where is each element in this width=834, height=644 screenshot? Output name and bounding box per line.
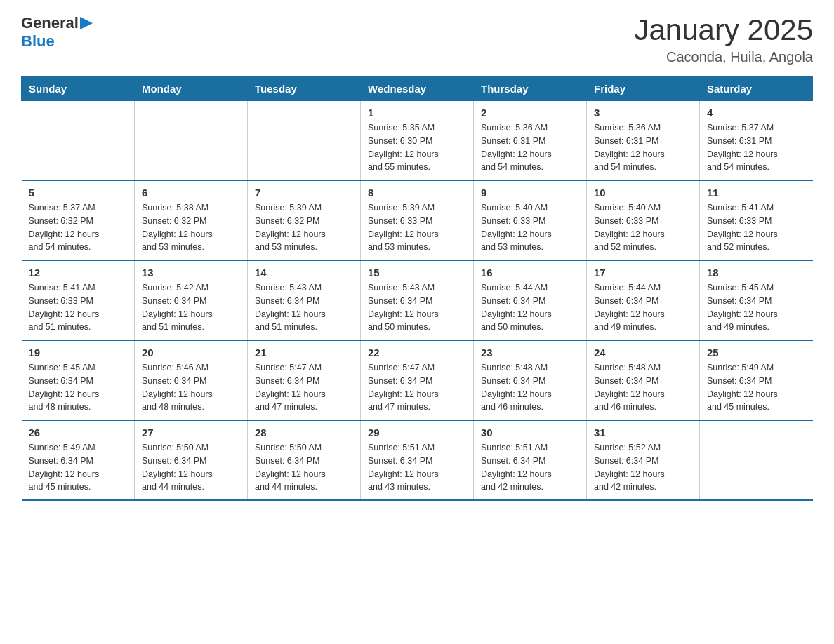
day-number: 19: [29, 347, 128, 358]
day-cell: 14Sunrise: 5:43 AMSunset: 6:34 PMDayligh…: [248, 260, 361, 340]
header-row: SundayMondayTuesdayWednesdayThursdayFrid…: [22, 77, 813, 101]
day-number: 30: [481, 427, 579, 438]
day-cell: [700, 420, 813, 500]
day-info: Sunrise: 5:36 AMSunset: 6:31 PMDaylight:…: [594, 121, 692, 174]
day-number: 7: [255, 187, 353, 199]
calendar-subtitle: Caconda, Huila, Angola: [634, 49, 813, 65]
day-cell: 16Sunrise: 5:44 AMSunset: 6:34 PMDayligh…: [474, 260, 587, 340]
calendar-title: January 2025: [634, 14, 813, 46]
day-info: Sunrise: 5:47 AMSunset: 6:34 PMDaylight:…: [368, 361, 466, 414]
day-number: 26: [29, 427, 128, 438]
day-cell: 17Sunrise: 5:44 AMSunset: 6:34 PMDayligh…: [587, 260, 700, 340]
header-cell-saturday: Saturday: [700, 77, 813, 101]
day-number: 12: [29, 267, 128, 279]
day-cell: 22Sunrise: 5:47 AMSunset: 6:34 PMDayligh…: [361, 340, 474, 420]
day-info: Sunrise: 5:40 AMSunset: 6:33 PMDaylight:…: [481, 201, 579, 254]
day-info: Sunrise: 5:45 AMSunset: 6:34 PMDaylight:…: [707, 281, 806, 334]
day-info: Sunrise: 5:47 AMSunset: 6:34 PMDaylight:…: [255, 361, 353, 414]
day-info: Sunrise: 5:50 AMSunset: 6:34 PMDaylight:…: [255, 441, 353, 494]
day-number: 21: [255, 347, 353, 358]
day-cell: 21Sunrise: 5:47 AMSunset: 6:34 PMDayligh…: [248, 340, 361, 420]
day-info: Sunrise: 5:49 AMSunset: 6:34 PMDaylight:…: [29, 441, 128, 494]
day-info: Sunrise: 5:43 AMSunset: 6:34 PMDaylight:…: [255, 281, 353, 334]
logo-line1: General: [21, 14, 93, 32]
day-cell: [135, 101, 248, 181]
day-number: 20: [142, 347, 240, 358]
calendar-table: SundayMondayTuesdayWednesdayThursdayFrid…: [21, 76, 813, 501]
title-block: January 2025 Caconda, Huila, Angola: [634, 14, 813, 65]
day-cell: 4Sunrise: 5:37 AMSunset: 6:31 PMDaylight…: [700, 101, 813, 181]
day-info: Sunrise: 5:42 AMSunset: 6:34 PMDaylight:…: [142, 281, 240, 334]
logo-general: General: [21, 14, 79, 32]
day-info: Sunrise: 5:51 AMSunset: 6:34 PMDaylight:…: [368, 441, 466, 494]
day-info: Sunrise: 5:45 AMSunset: 6:34 PMDaylight:…: [29, 361, 128, 414]
day-number: 2: [481, 107, 579, 119]
day-number: 31: [594, 427, 692, 438]
day-info: Sunrise: 5:46 AMSunset: 6:34 PMDaylight:…: [142, 361, 240, 414]
day-cell: 7Sunrise: 5:39 AMSunset: 6:32 PMDaylight…: [248, 180, 361, 260]
day-cell: 18Sunrise: 5:45 AMSunset: 6:34 PMDayligh…: [700, 260, 813, 340]
day-info: Sunrise: 5:43 AMSunset: 6:34 PMDaylight:…: [368, 281, 466, 334]
day-number: 3: [594, 107, 692, 119]
day-cell: 11Sunrise: 5:41 AMSunset: 6:33 PMDayligh…: [700, 180, 813, 260]
svg-marker-0: [80, 17, 93, 29]
logo: General Blue: [21, 14, 93, 51]
day-number: 17: [594, 267, 692, 279]
day-info: Sunrise: 5:44 AMSunset: 6:34 PMDaylight:…: [594, 281, 692, 334]
day-cell: 10Sunrise: 5:40 AMSunset: 6:33 PMDayligh…: [587, 180, 700, 260]
day-info: Sunrise: 5:39 AMSunset: 6:32 PMDaylight:…: [255, 201, 353, 254]
day-cell: 13Sunrise: 5:42 AMSunset: 6:34 PMDayligh…: [135, 260, 248, 340]
day-cell: 3Sunrise: 5:36 AMSunset: 6:31 PMDaylight…: [587, 101, 700, 181]
day-number: 8: [368, 187, 466, 199]
day-number: 4: [707, 107, 806, 119]
logo-blue: Blue: [21, 32, 55, 50]
week-row-2: 12Sunrise: 5:41 AMSunset: 6:33 PMDayligh…: [22, 260, 813, 340]
day-number: 13: [142, 267, 240, 279]
day-cell: [248, 101, 361, 181]
calendar-body: 1Sunrise: 5:35 AMSunset: 6:30 PMDaylight…: [22, 101, 813, 501]
day-cell: 19Sunrise: 5:45 AMSunset: 6:34 PMDayligh…: [22, 340, 135, 420]
day-info: Sunrise: 5:49 AMSunset: 6:34 PMDaylight:…: [707, 361, 806, 414]
day-number: 9: [481, 187, 579, 199]
header-cell-monday: Monday: [135, 77, 248, 101]
day-info: Sunrise: 5:41 AMSunset: 6:33 PMDaylight:…: [707, 201, 806, 254]
day-info: Sunrise: 5:35 AMSunset: 6:30 PMDaylight:…: [368, 121, 466, 174]
day-cell: 30Sunrise: 5:51 AMSunset: 6:34 PMDayligh…: [474, 420, 587, 500]
header-cell-thursday: Thursday: [474, 77, 587, 101]
day-cell: 5Sunrise: 5:37 AMSunset: 6:32 PMDaylight…: [22, 180, 135, 260]
day-info: Sunrise: 5:36 AMSunset: 6:31 PMDaylight:…: [481, 121, 579, 174]
day-number: 1: [368, 107, 466, 119]
day-info: Sunrise: 5:37 AMSunset: 6:31 PMDaylight:…: [707, 121, 806, 174]
day-info: Sunrise: 5:38 AMSunset: 6:32 PMDaylight:…: [142, 201, 240, 254]
day-info: Sunrise: 5:52 AMSunset: 6:34 PMDaylight:…: [594, 441, 692, 494]
day-cell: 28Sunrise: 5:50 AMSunset: 6:34 PMDayligh…: [248, 420, 361, 500]
day-cell: [22, 101, 135, 181]
day-number: 18: [707, 267, 806, 279]
day-cell: 6Sunrise: 5:38 AMSunset: 6:32 PMDaylight…: [135, 180, 248, 260]
header-cell-tuesday: Tuesday: [248, 77, 361, 101]
header-cell-friday: Friday: [587, 77, 700, 101]
day-cell: 8Sunrise: 5:39 AMSunset: 6:33 PMDaylight…: [361, 180, 474, 260]
day-info: Sunrise: 5:50 AMSunset: 6:34 PMDaylight:…: [142, 441, 240, 494]
day-number: 23: [481, 347, 579, 358]
day-cell: 1Sunrise: 5:35 AMSunset: 6:30 PMDaylight…: [361, 101, 474, 181]
day-number: 24: [594, 347, 692, 358]
day-number: 29: [368, 427, 466, 438]
day-cell: 26Sunrise: 5:49 AMSunset: 6:34 PMDayligh…: [22, 420, 135, 500]
day-cell: 23Sunrise: 5:48 AMSunset: 6:34 PMDayligh…: [474, 340, 587, 420]
day-cell: 12Sunrise: 5:41 AMSunset: 6:33 PMDayligh…: [22, 260, 135, 340]
day-info: Sunrise: 5:44 AMSunset: 6:34 PMDaylight:…: [481, 281, 579, 334]
day-number: 27: [142, 427, 240, 438]
day-number: 22: [368, 347, 466, 358]
day-info: Sunrise: 5:40 AMSunset: 6:33 PMDaylight:…: [594, 201, 692, 254]
week-row-1: 5Sunrise: 5:37 AMSunset: 6:32 PMDaylight…: [22, 180, 813, 260]
day-cell: 29Sunrise: 5:51 AMSunset: 6:34 PMDayligh…: [361, 420, 474, 500]
day-cell: 2Sunrise: 5:36 AMSunset: 6:31 PMDaylight…: [474, 101, 587, 181]
day-info: Sunrise: 5:48 AMSunset: 6:34 PMDaylight:…: [594, 361, 692, 414]
day-cell: 31Sunrise: 5:52 AMSunset: 6:34 PMDayligh…: [587, 420, 700, 500]
day-info: Sunrise: 5:41 AMSunset: 6:33 PMDaylight:…: [29, 281, 128, 334]
week-row-3: 19Sunrise: 5:45 AMSunset: 6:34 PMDayligh…: [22, 340, 813, 420]
day-info: Sunrise: 5:39 AMSunset: 6:33 PMDaylight:…: [368, 201, 466, 254]
day-number: 10: [594, 187, 692, 199]
day-info: Sunrise: 5:51 AMSunset: 6:34 PMDaylight:…: [481, 441, 579, 494]
